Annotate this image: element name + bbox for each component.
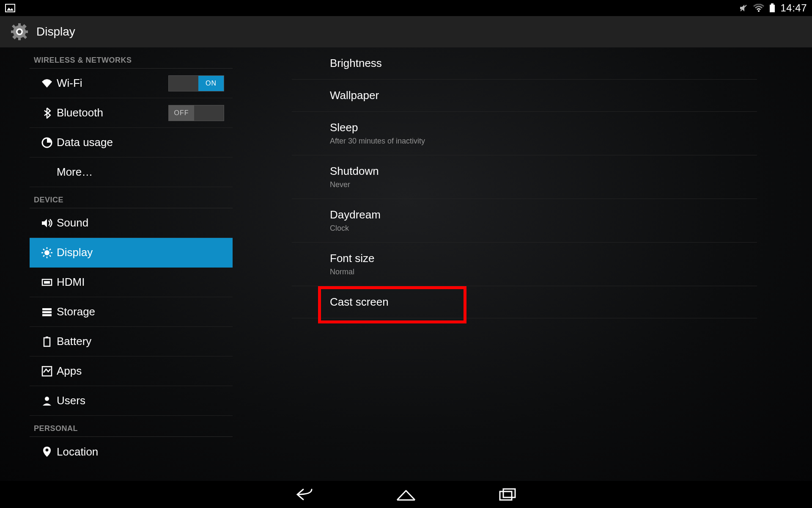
svg-rect-41 bbox=[503, 489, 515, 497]
system-nav-bar bbox=[0, 481, 812, 508]
pref-title: Font size bbox=[330, 252, 753, 265]
wifi-icon bbox=[753, 4, 764, 12]
sidebar-item-hdmi[interactable]: HDMI bbox=[30, 268, 233, 297]
battery-icon bbox=[769, 3, 775, 13]
svg-rect-5 bbox=[770, 5, 775, 12]
svg-rect-30 bbox=[44, 281, 50, 284]
svg-rect-34 bbox=[44, 338, 50, 346]
pref-cast-screen[interactable]: Cast screen bbox=[292, 286, 757, 318]
settings-gear-icon bbox=[10, 22, 29, 41]
sidebar-item-sound[interactable]: Sound bbox=[30, 208, 233, 238]
svg-rect-8 bbox=[18, 23, 21, 27]
data-usage-icon bbox=[37, 137, 57, 148]
sidebar-item-label: More… bbox=[37, 166, 93, 179]
pref-title: Daydream bbox=[330, 208, 753, 221]
wifi-icon bbox=[37, 79, 57, 88]
svg-marker-1 bbox=[7, 8, 14, 11]
pref-title: Shutdown bbox=[330, 165, 753, 178]
svg-point-17 bbox=[18, 30, 22, 34]
storage-icon bbox=[37, 307, 57, 317]
pref-sleep[interactable]: Sleep After 30 minutes of inactivity bbox=[292, 112, 757, 155]
svg-rect-35 bbox=[46, 337, 48, 338]
wifi-toggle[interactable]: ON bbox=[168, 75, 224, 91]
pref-title: Cast screen bbox=[330, 295, 753, 309]
sidebar-item-apps[interactable]: Apps bbox=[30, 356, 233, 386]
sidebar-item-display[interactable]: Display bbox=[30, 238, 233, 268]
sidebar-item-wifi[interactable]: Wi-Fi ON bbox=[30, 69, 233, 98]
sidebar-item-label: Display bbox=[57, 246, 93, 259]
pref-subtitle: Clock bbox=[330, 224, 753, 233]
svg-rect-9 bbox=[18, 37, 21, 40]
sidebar-item-label: Storage bbox=[57, 305, 95, 318]
home-button[interactable] bbox=[393, 486, 419, 503]
sidebar-item-location[interactable]: Location bbox=[30, 437, 233, 467]
sidebar-item-battery[interactable]: Battery bbox=[30, 327, 233, 356]
section-header-personal: PERSONAL bbox=[30, 416, 233, 437]
page-title: Display bbox=[36, 25, 75, 39]
display-icon bbox=[37, 247, 57, 259]
svg-marker-19 bbox=[42, 219, 47, 227]
svg-rect-10 bbox=[11, 30, 14, 33]
apps-icon bbox=[37, 366, 57, 377]
svg-rect-33 bbox=[42, 314, 52, 316]
bluetooth-toggle[interactable]: OFF bbox=[168, 105, 224, 121]
svg-line-26 bbox=[49, 255, 51, 257]
pref-brightness[interactable]: Brightness bbox=[292, 47, 757, 80]
settings-detail-panel: Brightness Wallpaper Sleep After 30 minu… bbox=[292, 47, 757, 318]
status-bar: 14:47 bbox=[0, 0, 812, 16]
svg-point-37 bbox=[45, 397, 49, 401]
pref-font-size[interactable]: Font size Normal bbox=[292, 243, 757, 286]
sound-icon bbox=[37, 218, 57, 228]
bluetooth-icon bbox=[37, 107, 57, 119]
svg-point-20 bbox=[44, 250, 49, 255]
status-clock: 14:47 bbox=[780, 2, 807, 14]
users-icon bbox=[37, 395, 57, 406]
location-icon bbox=[37, 446, 57, 458]
hdmi-icon bbox=[37, 278, 57, 287]
pref-subtitle: Never bbox=[330, 180, 753, 189]
svg-rect-40 bbox=[500, 491, 512, 500]
pref-subtitle: After 30 minutes of inactivity bbox=[330, 137, 753, 146]
svg-rect-36 bbox=[42, 367, 52, 376]
pref-wallpaper[interactable]: Wallpaper bbox=[292, 80, 757, 112]
sidebar-item-storage[interactable]: Storage bbox=[30, 297, 233, 327]
svg-rect-31 bbox=[42, 308, 52, 310]
svg-line-28 bbox=[43, 255, 44, 257]
svg-point-38 bbox=[46, 449, 49, 452]
sidebar-item-label: Data usage bbox=[57, 136, 113, 149]
back-button[interactable] bbox=[292, 486, 317, 503]
svg-line-27 bbox=[49, 249, 51, 250]
svg-line-25 bbox=[43, 249, 44, 250]
svg-rect-11 bbox=[25, 30, 28, 33]
sidebar-item-more[interactable]: More… bbox=[30, 157, 233, 187]
sidebar-item-label: Sound bbox=[57, 216, 88, 229]
pref-title: Sleep bbox=[330, 121, 753, 134]
mute-icon bbox=[739, 3, 748, 13]
sidebar-item-label: Wi-Fi bbox=[57, 77, 82, 90]
sidebar-item-label: Bluetooth bbox=[57, 106, 103, 119]
pref-shutdown[interactable]: Shutdown Never bbox=[292, 155, 757, 199]
sidebar-item-label: Apps bbox=[57, 364, 82, 378]
picture-notification-icon bbox=[5, 4, 15, 12]
svg-rect-0 bbox=[5, 4, 15, 12]
settings-sidebar: WIRELESS & NETWORKS Wi-Fi ON Bluetooth O… bbox=[30, 47, 233, 467]
svg-point-4 bbox=[758, 10, 760, 12]
svg-rect-32 bbox=[42, 311, 52, 313]
section-header-wireless: WIRELESS & NETWORKS bbox=[30, 47, 233, 69]
sidebar-item-label: HDMI bbox=[57, 276, 85, 289]
sidebar-item-label: Location bbox=[57, 445, 98, 458]
pref-title: Brightness bbox=[330, 57, 753, 70]
pref-title: Wallpaper bbox=[330, 89, 753, 102]
action-bar: Display bbox=[0, 16, 812, 47]
sidebar-item-label: Battery bbox=[57, 335, 91, 348]
pref-subtitle: Normal bbox=[330, 268, 753, 276]
battery-icon bbox=[37, 336, 57, 347]
sidebar-item-label: Users bbox=[57, 394, 85, 407]
sidebar-item-data-usage[interactable]: Data usage bbox=[30, 128, 233, 157]
svg-rect-6 bbox=[771, 3, 774, 5]
pref-daydream[interactable]: Daydream Clock bbox=[292, 199, 757, 243]
sidebar-item-users[interactable]: Users bbox=[30, 386, 233, 416]
section-header-device: DEVICE bbox=[30, 187, 233, 208]
sidebar-item-bluetooth[interactable]: Bluetooth OFF bbox=[30, 98, 233, 128]
recents-button[interactable] bbox=[495, 486, 520, 503]
